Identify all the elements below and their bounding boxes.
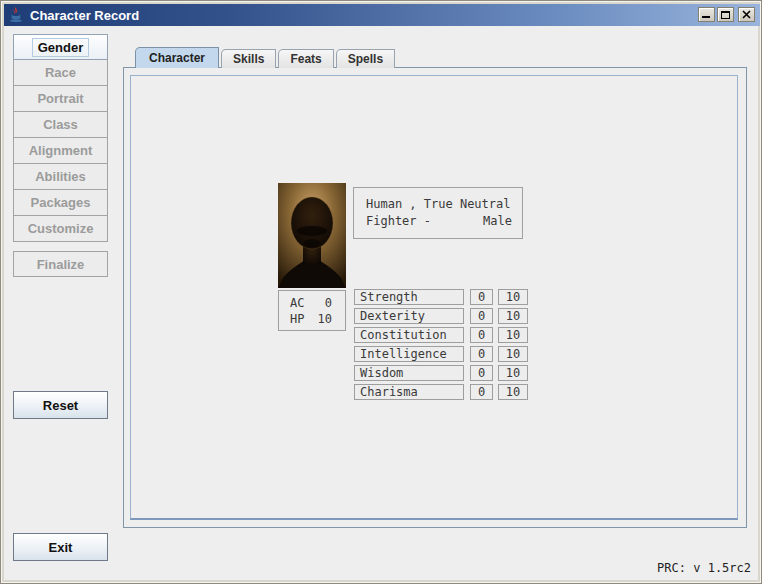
sidebar-button-portrait: Portrait — [13, 86, 108, 112]
ability-table: Strength 0 10 Dexterity 0 10 Constitutio… — [354, 289, 528, 403]
ability-mod: 0 — [470, 308, 493, 324]
summary-class: Fighter - — [366, 214, 431, 228]
exit-button[interactable]: Exit — [13, 533, 108, 561]
maximize-button[interactable] — [717, 7, 734, 22]
titlebar: Character Record — [4, 4, 760, 26]
ability-name: Wisdom — [354, 365, 464, 381]
summary-race-alignment: Human , True Neutral — [366, 197, 512, 211]
ability-mod: 0 — [470, 327, 493, 343]
tab-skills[interactable]: Skills — [221, 49, 276, 68]
java-cup-icon — [8, 7, 24, 23]
hp-label: HP — [290, 311, 304, 327]
sidebar-button-packages: Packages — [13, 190, 108, 216]
tab-spells[interactable]: Spells — [336, 49, 395, 68]
character-summary-box: Human , True Neutral Fighter - Male — [353, 187, 523, 239]
table-row: Constitution 0 10 — [354, 327, 528, 343]
ac-label: AC — [290, 295, 304, 311]
maximize-icon — [721, 7, 730, 22]
sidebar-button-race: Race — [13, 60, 108, 86]
ability-mod: 0 — [470, 384, 493, 400]
table-row: Wisdom 0 10 — [354, 365, 528, 381]
reset-button[interactable]: Reset — [13, 391, 108, 419]
ac-value: 0 — [325, 295, 332, 311]
ac-hp-box: AC 0 HP 10 — [278, 290, 346, 331]
ability-score: 10 — [498, 327, 528, 343]
tab-bar: Character Skills Feats Spells — [135, 47, 397, 68]
table-row: Strength 0 10 — [354, 289, 528, 305]
sidebar: Gender Race Portrait Class Alignment Abi… — [13, 34, 108, 242]
sidebar-button-abilities: Abilities — [13, 164, 108, 190]
table-row: Charisma 0 10 — [354, 384, 528, 400]
ability-name: Strength — [354, 289, 464, 305]
version-label: PRC: v 1.5rc2 — [657, 561, 751, 575]
minimize-icon — [702, 7, 711, 22]
sidebar-button-class: Class — [13, 112, 108, 138]
window-title: Character Record — [30, 8, 139, 23]
minimize-button[interactable] — [698, 7, 715, 22]
sidebar-button-customize: Customize — [13, 216, 108, 242]
ability-score: 10 — [498, 308, 528, 324]
close-icon — [742, 7, 751, 22]
tab-character[interactable]: Character — [135, 47, 219, 68]
ability-score: 10 — [498, 289, 528, 305]
ability-name: Constitution — [354, 327, 464, 343]
table-row: Dexterity 0 10 — [354, 308, 528, 324]
close-button[interactable] — [738, 7, 755, 22]
hp-value: 10 — [318, 311, 332, 327]
ability-name: Charisma — [354, 384, 464, 400]
finalize-button: Finalize — [13, 251, 108, 277]
ability-score: 10 — [498, 365, 528, 381]
ability-name: Dexterity — [354, 308, 464, 324]
table-row: Intelligence 0 10 — [354, 346, 528, 362]
sidebar-button-gender-label: Gender — [32, 38, 90, 57]
ability-name: Intelligence — [354, 346, 464, 362]
sidebar-button-gender[interactable]: Gender — [13, 34, 108, 60]
window-controls — [698, 7, 755, 22]
ability-mod: 0 — [470, 365, 493, 381]
app-window: Character Record Gender Race Portrait Cl… — [0, 0, 762, 584]
summary-gender: Male — [483, 214, 512, 228]
ability-mod: 0 — [470, 289, 493, 305]
ability-score: 10 — [498, 384, 528, 400]
ability-mod: 0 — [470, 346, 493, 362]
sidebar-button-alignment: Alignment — [13, 138, 108, 164]
ability-score: 10 — [498, 346, 528, 362]
tab-feats[interactable]: Feats — [278, 49, 333, 68]
character-portrait — [278, 183, 346, 288]
